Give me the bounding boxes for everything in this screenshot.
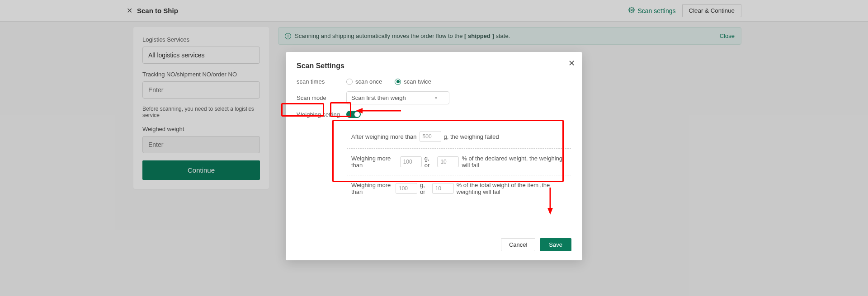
rule2-grams-input[interactable] — [400, 156, 422, 167]
weighing-rules: After weighing more than g, the weighing… — [346, 124, 571, 202]
rule-row-2: Weighing more than g, or % of the declar… — [347, 148, 571, 175]
rule-row-1: After weighing more than g, the weighing… — [347, 125, 571, 148]
modal-title: Scan Settings — [297, 62, 571, 70]
rule3-grams-input[interactable] — [396, 183, 417, 194]
scan-mode-value: Scan first then weigh — [351, 94, 406, 101]
chevron-down-icon: ▾ — [435, 95, 437, 100]
rule2-percent-input[interactable] — [437, 156, 459, 167]
scan-mode-select[interactable]: Scan first then weigh ▾ — [346, 91, 449, 104]
modal-overlay: Scan Settings ✕ scan times scan once sca… — [0, 0, 868, 296]
rule-row-3: Weighing more than g, or % of the total … — [347, 175, 571, 202]
cancel-button[interactable]: Cancel — [501, 238, 535, 251]
weighing-setting-label: Weighing setting — [297, 111, 346, 118]
scan-mode-label: Scan mode — [297, 94, 346, 101]
rule3-percent-input[interactable] — [432, 183, 454, 194]
scan-times-radio-group: scan once scan twice — [346, 78, 431, 85]
save-button[interactable]: Save — [540, 238, 571, 251]
radio-checked-icon — [395, 79, 401, 85]
radio-unchecked-icon — [346, 79, 353, 85]
svg-marker-4 — [547, 208, 553, 215]
scan-once-label: scan once — [355, 78, 382, 85]
scan-twice-label: scan twice — [404, 78, 431, 85]
modal-close-icon[interactable]: ✕ — [568, 58, 575, 68]
scan-times-label: scan times — [297, 78, 346, 85]
scan-once-radio[interactable]: scan once — [346, 78, 382, 85]
rule1-grams-input[interactable] — [420, 131, 441, 142]
scan-twice-radio[interactable]: scan twice — [395, 78, 431, 85]
weighing-toggle[interactable] — [346, 111, 361, 118]
scan-settings-modal: Scan Settings ✕ scan times scan once sca… — [286, 52, 582, 260]
